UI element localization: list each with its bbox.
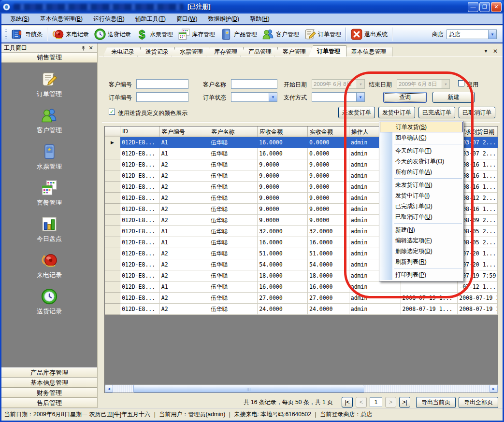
- tab-close-icon[interactable]: ✕: [493, 48, 498, 55]
- grid-cell[interactable]: 54.0000: [308, 259, 349, 270]
- context-menu-item-15[interactable]: 刷新列表(R): [380, 256, 463, 267]
- grid-cell[interactable]: 伍华聪: [209, 193, 258, 204]
- sidebar-item-3[interactable]: 套餐管理: [37, 179, 62, 207]
- sidebar-item-4[interactable]: 今日盘点: [37, 215, 62, 243]
- context-menu-item-12[interactable]: 新建(N): [380, 225, 463, 235]
- last-page-button[interactable]: >|: [399, 397, 410, 408]
- grid-cell[interactable]: 16.0000: [308, 237, 349, 248]
- grid-cell[interactable]: 伍华聪: [209, 170, 258, 182]
- menu-item-6[interactable]: 帮助(H): [245, 14, 275, 25]
- grid-cell[interactable]: 16.0000: [308, 281, 349, 293]
- grid-cell[interactable]: 9.0000: [308, 170, 349, 182]
- table-row[interactable]: 012D-E8...A1伍华聪16.000016.0000admin-07-12…: [105, 281, 498, 293]
- sidebar-section-bar-0[interactable]: 产品库存管理: [1, 367, 97, 378]
- sidebar-section-bar-2[interactable]: 财务管理: [1, 388, 97, 398]
- context-menu-item-1[interactable]: 回单确认(C): [380, 132, 463, 143]
- status-filter-button-1[interactable]: 发货中订单: [378, 107, 415, 118]
- menu-item-3[interactable]: 辅助工具(T): [130, 14, 172, 25]
- grid-cell[interactable]: 2008-07-19 1...: [401, 304, 458, 315]
- grid-cell[interactable]: A2: [160, 193, 210, 204]
- menu-item-1[interactable]: 基本信息管理(B): [35, 14, 88, 25]
- menu-item-4[interactable]: 窗口(W): [172, 14, 203, 25]
- grid-cell[interactable]: A2: [160, 248, 210, 259]
- grid-cell[interactable]: 16.0000: [258, 281, 308, 293]
- export-all-pages-button[interactable]: 导出全部页: [459, 397, 498, 408]
- grid-cell[interactable]: 012D-E8...: [120, 159, 160, 170]
- row-selector[interactable]: [105, 170, 120, 182]
- grid-cell[interactable]: 9.0000: [308, 215, 349, 226]
- grid-cell[interactable]: admin: [349, 281, 401, 293]
- menu-item-0[interactable]: 系统(S): [5, 14, 35, 25]
- grid-cell[interactable]: A2: [160, 159, 210, 170]
- store-combobox[interactable]: 总店 ▼: [446, 29, 497, 39]
- scrollbar-thumb[interactable]: |||: [133, 385, 364, 393]
- column-header-0[interactable]: ID: [120, 127, 160, 137]
- tab-0[interactable]: 来电记录: [103, 47, 141, 56]
- sidebar-item-6[interactable]: 送货记录: [37, 288, 62, 316]
- context-menu-item-7[interactable]: 未发货订单(N): [380, 180, 463, 190]
- chevron-down-icon[interactable]: ▼: [488, 30, 496, 39]
- tab-4[interactable]: 产品管理: [240, 47, 278, 56]
- row-selector[interactable]: [105, 293, 120, 304]
- row-selector[interactable]: [105, 226, 120, 237]
- scrollbar-track[interactable]: |||: [113, 385, 490, 393]
- export-current-page-button[interactable]: 导出当前页: [416, 397, 456, 408]
- toolbar-button-5[interactable]: 产品管理: [217, 27, 259, 42]
- grid-cell[interactable]: 012D-E8...: [120, 281, 160, 293]
- toolbar-button-0[interactable]: 导航条: [9, 27, 45, 42]
- grid-cell[interactable]: 伍华聪: [209, 215, 258, 226]
- grid-cell[interactable]: 012D-E8...: [120, 182, 160, 193]
- toolbar-button-7[interactable]: 订单管理: [302, 27, 344, 42]
- grid-cell[interactable]: 18.0000: [308, 270, 349, 281]
- page-number-input[interactable]: 1: [370, 397, 382, 407]
- grid-cell[interactable]: 9.0000: [258, 193, 308, 204]
- grid-cell[interactable]: 012D-E8...: [120, 259, 160, 270]
- grid-cell[interactable]: A2: [160, 182, 210, 193]
- context-menu-item-5[interactable]: 所有的订单(A): [380, 167, 463, 177]
- chevron-down-icon[interactable]: ▼: [442, 80, 449, 88]
- horizontal-scrollbar[interactable]: ◄ ||| ►: [105, 384, 498, 393]
- new-button[interactable]: 新建: [432, 92, 475, 103]
- grid-cell[interactable]: A2: [160, 259, 210, 270]
- context-menu-item-8[interactable]: 发货中订单(I): [380, 190, 463, 201]
- sidebar-section-sales[interactable]: 销售管理: [1, 53, 97, 63]
- grid-cell[interactable]: 012D-E8...: [120, 137, 160, 148]
- row-selector[interactable]: [105, 248, 120, 259]
- grid-cell[interactable]: -07-12 1...: [458, 281, 498, 293]
- grid-cell[interactable]: 012D-E8...: [120, 248, 160, 259]
- scroll-left-icon[interactable]: ◄: [105, 385, 113, 393]
- grid-cell[interactable]: 16.0000: [258, 148, 308, 159]
- grid-cell[interactable]: A2: [160, 215, 210, 226]
- grid-cell[interactable]: 9.0000: [308, 159, 349, 170]
- grid-cell[interactable]: 012D-E8...: [120, 237, 160, 248]
- grid-cell[interactable]: 9.0000: [258, 170, 308, 182]
- toolbar-button-2[interactable]: 送货记录: [91, 27, 133, 42]
- grid-cell[interactable]: 012D-E8...: [120, 293, 160, 304]
- row-selector[interactable]: [105, 193, 120, 204]
- tab-1[interactable]: 送货记录: [137, 47, 175, 56]
- grid-cell[interactable]: 32.0000: [308, 226, 349, 237]
- grid-cell[interactable]: A1: [160, 281, 210, 293]
- grid-cell[interactable]: 9.0000: [258, 204, 308, 215]
- grid-cell[interactable]: A2: [160, 204, 210, 215]
- minimize-button[interactable]: —: [468, 2, 478, 12]
- sidebar-item-1[interactable]: 客户管理: [37, 107, 62, 135]
- grid-cell[interactable]: 伍华聪: [209, 226, 258, 237]
- sidebar-item-0[interactable]: 订单管理: [37, 70, 62, 98]
- grid-cell[interactable]: 伍华聪: [209, 148, 258, 159]
- grid-cell[interactable]: 012D-E8...: [120, 193, 160, 204]
- column-header-3[interactable]: 应收金额: [258, 127, 308, 137]
- row-selector[interactable]: [105, 215, 120, 226]
- grid-cell[interactable]: 伍华聪: [209, 182, 258, 193]
- grid-cell[interactable]: 9.0000: [258, 159, 308, 170]
- toolbar-grip[interactable]: [5, 28, 7, 41]
- color-display-checkbox[interactable]: [109, 109, 115, 115]
- chevron-down-icon[interactable]: ▼: [357, 80, 364, 88]
- grid-cell[interactable]: 9.0000: [308, 193, 349, 204]
- grid-cell[interactable]: 27.0000: [258, 293, 308, 304]
- tab-7[interactable]: 基本信息管理: [343, 47, 392, 56]
- grid-cell[interactable]: A2: [160, 270, 210, 281]
- grid-cell[interactable]: 2008-07-19 1...: [458, 293, 498, 304]
- context-menu-item-3[interactable]: 今天的订单(T): [380, 145, 463, 156]
- start-date-picker[interactable]: 2009年 6月 8日 ▼: [312, 79, 365, 89]
